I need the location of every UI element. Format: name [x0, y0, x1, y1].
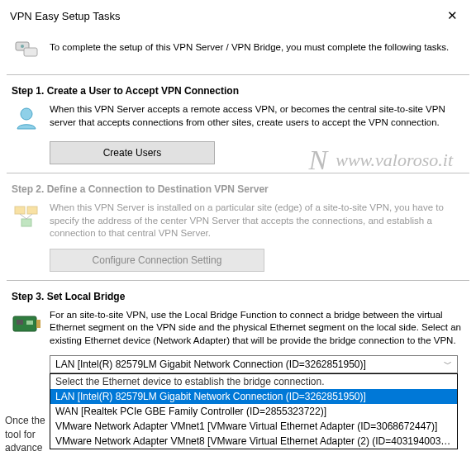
adapter-selected-value: LAN [Intel(R) 82579LM Gigabit Network Co… [55, 359, 366, 370]
create-users-button[interactable]: Create Users [50, 141, 215, 164]
user-icon [12, 103, 41, 133]
cascade-icon [12, 202, 41, 231]
adapter-option[interactable]: WAN [Realtek PCIe GBE Family Controller … [50, 404, 457, 419]
nic-icon [12, 309, 41, 339]
adapter-option[interactable]: VMware Network Adapter VMnet1 [VMware Vi… [50, 419, 457, 434]
svg-rect-6 [21, 219, 31, 226]
window-title: VPN Easy Setup Tasks [10, 10, 120, 22]
svg-rect-10 [17, 320, 23, 325]
divider [7, 280, 469, 281]
adapter-combobox[interactable]: LAN [Intel(R) 82579LM Gigabit Network Co… [50, 355, 458, 373]
svg-rect-12 [26, 321, 33, 325]
step2-body: When this VPN Server is installed on a p… [50, 202, 464, 240]
svg-rect-5 [27, 207, 37, 214]
adapter-option[interactable]: VMware Network Adapter VMnet8 [VMware Vi… [50, 434, 457, 449]
divider [7, 74, 469, 75]
svg-point-2 [21, 45, 24, 48]
svg-line-7 [20, 214, 26, 219]
step3-body: For an site-to-site VPN, use the Local B… [50, 309, 464, 348]
svg-point-3 [21, 108, 32, 120]
chevron-down-icon: ﹀ [444, 359, 452, 370]
intro-text: To complete the setup of this VPN Server… [50, 41, 464, 55]
configure-connection-button: Configure Connection Setting [50, 249, 264, 272]
adapter-dropdown-hint: Select the Ethernet device to establish … [50, 374, 457, 389]
step1-body: When this VPN Server accepts a remote ac… [50, 103, 464, 129]
step3-title: Step 3. Set Local Bridge [12, 291, 464, 302]
adapter-dropdown: Select the Ethernet device to establish … [50, 373, 458, 449]
watermark-url: www.valoroso.it [336, 150, 453, 171]
watermark-logo: N [309, 145, 328, 176]
svg-rect-11 [36, 320, 40, 328]
setup-icon [12, 33, 41, 63]
adapter-option[interactable]: LAN [Intel(R) 82579LM Gigabit Network Co… [50, 389, 457, 404]
step1-title: Step 1. Create a User to Accept VPN Conn… [12, 85, 464, 97]
svg-rect-1 [24, 48, 37, 56]
svg-rect-4 [15, 207, 25, 214]
watermark: N www.valoroso.it [309, 145, 453, 176]
step2-title: Step 2. Define a Connection to Destinati… [12, 183, 464, 195]
svg-line-8 [26, 214, 32, 219]
close-icon[interactable]: ✕ [439, 7, 466, 25]
